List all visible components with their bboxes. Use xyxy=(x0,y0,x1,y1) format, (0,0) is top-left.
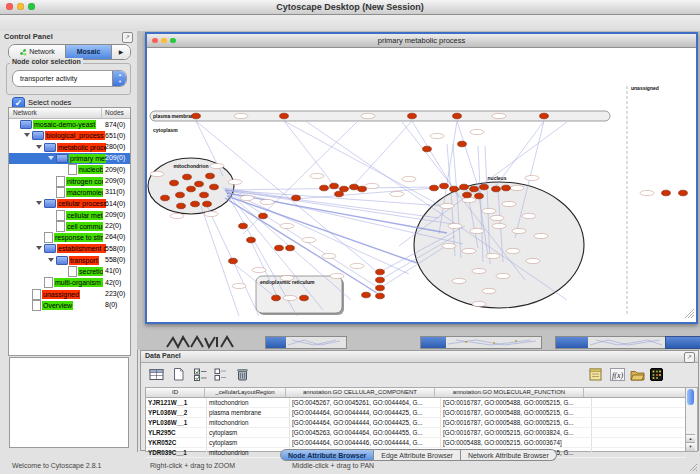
tab-edge-attribute-browser[interactable]: Edge Attribute Browser xyxy=(374,449,461,461)
tree-expander-icon[interactable] xyxy=(47,154,56,163)
function-builder-icon[interactable]: f(x) xyxy=(610,367,625,382)
minimized-window-titlebar[interactable] xyxy=(665,336,700,349)
network-window-titlebar[interactable]: primary metabolic process xyxy=(147,34,696,48)
tree-expander-spacer xyxy=(35,278,44,287)
tree-expander-icon[interactable] xyxy=(35,244,44,253)
file-icon xyxy=(56,210,65,221)
app-resize-grip-icon[interactable] xyxy=(688,462,698,472)
tree-expander-spacer xyxy=(23,290,32,299)
tab-node-attribute-browser[interactable]: Node Attribute Browser xyxy=(280,449,374,461)
tree-row-node-count: 311(0) xyxy=(105,188,125,195)
tree-row[interactable]: establishment of localization558(0) xyxy=(9,243,130,254)
tree-expander-spacer xyxy=(59,267,68,276)
tree-indent xyxy=(9,215,47,216)
table-row[interactable]: YKR052Ccytoplasm[GO:0044464, GO:0044446,… xyxy=(146,438,686,448)
tab-network-attribute-browser[interactable]: Network Attribute Browser xyxy=(461,449,557,461)
svg-text:f(x): f(x) xyxy=(612,371,623,380)
color-attribute-dropdown[interactable]: transporter activity ▲▼ xyxy=(12,70,127,87)
network-view-window[interactable]: primary metabolic process plasma membran… xyxy=(145,32,698,324)
birds-eye-view[interactable] xyxy=(9,357,129,448)
table-cell: plasma membrane xyxy=(207,408,290,417)
control-panel-float-icon[interactable]: ↗ xyxy=(122,32,133,43)
table-cell: [GO:0044464, GO:0044444, GO:0044425, G..… xyxy=(290,418,441,427)
tree-row[interactable]: primary metabolic process209(0) xyxy=(9,153,130,164)
matrix-icon[interactable] xyxy=(649,367,664,382)
tree-row[interactable]: nitrogen compound metabolic process209(0… xyxy=(9,175,130,186)
table-cell: YJR121W__1 xyxy=(146,398,207,407)
tree-header-divider[interactable] xyxy=(101,108,102,118)
tree-indent xyxy=(9,305,23,306)
tree-row-node-count: 558(0) xyxy=(105,256,125,263)
attribute-table-icon[interactable] xyxy=(149,367,164,382)
tree-row[interactable]: cellular metabolic process209(0) xyxy=(9,209,130,220)
tree-row-label: secretion xyxy=(78,267,103,276)
attribute-editor-icon[interactable] xyxy=(588,367,603,382)
select-attributes-icon[interactable] xyxy=(193,367,208,382)
minimized-window-preview xyxy=(588,337,664,348)
tree-row[interactable]: nucleobase-containing compound metabolic… xyxy=(9,164,130,175)
tree-row[interactable]: macromolecule metabolic process311(0) xyxy=(9,187,130,198)
unselect-attributes-icon[interactable] xyxy=(213,367,228,382)
col-header-component[interactable]: annotation.GO CELLULAR_COMPONENT xyxy=(286,388,435,397)
scrollbar-down-icon[interactable]: ▼ xyxy=(686,442,695,451)
col-header-region[interactable]: _cellularLayoutRegion xyxy=(205,388,286,397)
tree-header-network: Network xyxy=(13,109,37,116)
table-row[interactable]: YPL036W__2plasma membrane[GO:0044464, GO… xyxy=(146,408,686,418)
minimized-window[interactable] xyxy=(555,336,667,349)
table-row[interactable]: YPL036W__1mitochondrion[GO:0044464, GO:0… xyxy=(146,418,686,428)
minimized-window-titlebar xyxy=(421,337,446,348)
tree-expander-spacer xyxy=(11,120,20,129)
delete-attribute-icon[interactable] xyxy=(235,367,250,382)
import-table-icon[interactable] xyxy=(630,367,645,382)
tree-row-node-count: 223(0) xyxy=(105,290,125,297)
scrollbar-thumb[interactable] xyxy=(687,389,694,405)
tree-row[interactable]: response to stimulus264(0) xyxy=(9,232,130,243)
tree-row-label: nitrogen compound metabolic process xyxy=(66,177,103,186)
table-row[interactable]: YJR121W__1mitochondrion[GO:0045267, GO:0… xyxy=(146,398,686,408)
minimized-window-preview xyxy=(446,337,539,348)
data-panel-float-icon[interactable]: ↗ xyxy=(684,352,695,363)
tree-row-node-count: 209(0) xyxy=(105,177,125,184)
tree-row[interactable]: multi-organism process42(0) xyxy=(9,277,130,288)
cytoplasm-label: cytoplasm xyxy=(153,127,178,133)
tab-network[interactable]: Network xyxy=(9,45,65,59)
tree-expander-icon[interactable] xyxy=(35,199,44,208)
tree-row[interactable]: metabolic process280(0) xyxy=(9,142,130,153)
control-panel-title: Control Panel xyxy=(4,32,53,41)
tree-row[interactable]: unassigned223(0) xyxy=(9,288,130,299)
tree-row-node-count: 874(0) xyxy=(105,121,125,128)
tree-row[interactable]: cellular process614(0) xyxy=(9,198,130,209)
table-cell: YDR039C__1 xyxy=(146,448,207,457)
attribute-table-header: ID _cellularLayoutRegion annotation.GO C… xyxy=(146,388,686,398)
tree-row[interactable]: cell communication22(0) xyxy=(9,221,130,232)
tree-expander-icon[interactable] xyxy=(47,256,56,265)
col-header-function[interactable]: annotation.GO MOLECULAR_FUNCTION xyxy=(435,388,584,397)
table-row[interactable]: YLR295Ccytoplasm[GO:0045263, GO:0044464,… xyxy=(146,428,686,438)
tree-row[interactable]: secretion41(0) xyxy=(9,266,130,277)
tree-indent xyxy=(9,181,47,182)
col-header-id[interactable]: ID xyxy=(146,388,205,397)
tree-expander-icon[interactable] xyxy=(35,143,44,152)
tree-row[interactable]: Overview8(0) xyxy=(9,300,130,311)
data-panel-titlebar: Data Panel ↗ xyxy=(141,351,698,363)
minimized-window[interactable] xyxy=(265,336,347,349)
tab-overflow-arrow[interactable]: ▶ xyxy=(112,45,130,59)
tree-row[interactable]: biological_process651(0) xyxy=(9,130,130,141)
folder-icon xyxy=(44,143,56,152)
tree-indent xyxy=(9,192,47,193)
color-attribute-value: transporter activity xyxy=(20,71,77,86)
network-canvas[interactable]: plasma membrane cytoplasm mitochondrion … xyxy=(147,48,696,320)
table-cell: mitochondrion xyxy=(207,398,290,407)
minimized-network-sketch[interactable] xyxy=(165,335,235,349)
folder-icon xyxy=(56,154,68,163)
tab-mosaic[interactable]: Mosaic xyxy=(65,45,112,59)
window-resize-grip-icon[interactable] xyxy=(685,309,694,318)
table-scrollbar[interactable]: ▲ ▼ xyxy=(685,387,698,452)
table-cell: YPL036W__1 xyxy=(146,418,207,427)
tree-expander-spacer xyxy=(23,301,32,310)
minimized-window[interactable] xyxy=(420,336,542,349)
tree-expander-icon[interactable] xyxy=(23,131,32,140)
new-attribute-icon[interactable] xyxy=(171,367,186,382)
tree-row[interactable]: transport558(0) xyxy=(9,255,130,266)
tree-row[interactable]: mosaic-demo-yeast874(0) xyxy=(9,119,130,130)
